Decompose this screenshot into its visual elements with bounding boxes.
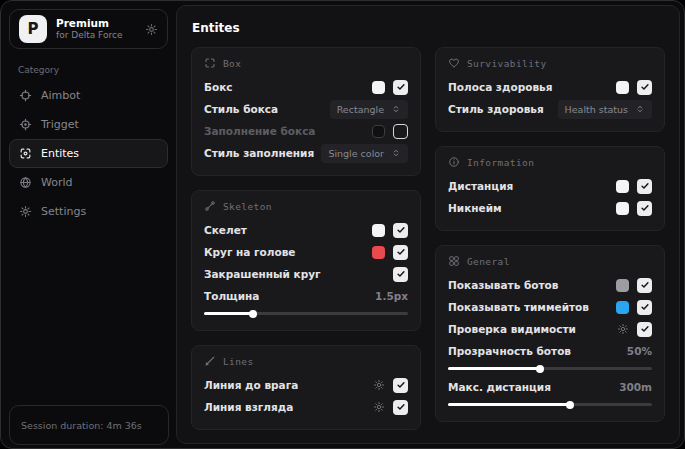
color-swatch[interactable]: [616, 301, 629, 314]
slider-value: 1.5px: [375, 290, 408, 302]
card-skeleton: Skeleton Скелет Круг на голове: [191, 190, 421, 331]
sidebar: P Premium for Delta Force Category Aimbo…: [1, 1, 176, 448]
chevron-up-down-icon: [635, 104, 645, 114]
brand-block: Premium for Delta Force: [56, 17, 122, 41]
card-header-label: Information: [467, 157, 534, 168]
setting-row-visibility-check: Проверка видимости: [448, 318, 652, 340]
card-lines-header: Lines: [204, 355, 408, 367]
slider-value: 300m: [619, 381, 652, 393]
card-header-label: Survivability: [467, 58, 547, 69]
account-settings-icon[interactable]: [145, 23, 158, 36]
checkbox-checked[interactable]: [637, 322, 652, 337]
thickness-slider[interactable]: [204, 312, 408, 315]
app-logo: P: [19, 15, 47, 43]
globe-icon: [19, 176, 32, 189]
gear-icon[interactable]: [373, 379, 385, 391]
slider-thumb[interactable]: [566, 401, 574, 409]
bone-icon: [204, 200, 216, 212]
card-general-header: General: [448, 255, 652, 267]
setting-label: Закрашенный круг: [204, 268, 321, 280]
setting-label: Толщина: [204, 290, 259, 302]
color-swatch[interactable]: [616, 81, 629, 94]
setting-label: Стиль здоровья: [448, 103, 544, 115]
checkbox-checked[interactable]: [637, 278, 652, 293]
card-header-label: Lines: [223, 356, 254, 367]
color-swatch[interactable]: [372, 224, 385, 237]
fill-style-select[interactable]: Single color: [321, 144, 408, 163]
box-style-select[interactable]: Rectangle: [330, 100, 408, 119]
color-swatch[interactable]: [372, 81, 385, 94]
checkbox-checked[interactable]: [393, 80, 408, 95]
setting-label: Прозрачность ботов: [448, 345, 571, 357]
checkbox-checked[interactable]: [637, 300, 652, 315]
setting-label: Стиль заполнения: [204, 147, 314, 159]
chevron-up-down-icon: [391, 148, 401, 158]
select-value: Rectangle: [337, 104, 384, 115]
setting-row-fill-style: Стиль заполнения Single color: [204, 142, 408, 164]
setting-label: Заполнение бокса: [204, 125, 315, 137]
setting-row-health-bar: Полоса здоровья: [448, 76, 652, 98]
heart-icon: [448, 57, 460, 69]
color-swatch[interactable]: [616, 279, 629, 292]
setting-row-filled-circle: Закрашенный круг: [204, 263, 408, 285]
checkbox-checked[interactable]: [637, 80, 652, 95]
setting-row-enemy-line: Линия до врага: [204, 374, 408, 396]
gear-icon[interactable]: [617, 323, 629, 335]
setting-label: Дистанция: [448, 180, 513, 192]
target-icon: [19, 118, 32, 131]
checkbox-checked[interactable]: [393, 400, 408, 415]
sidebar-item-entites[interactable]: Entites: [9, 139, 168, 168]
setting-label: Бокс: [204, 81, 233, 93]
sidebar-item-label: Settings: [41, 205, 86, 218]
setting-label: Линия до врага: [204, 379, 298, 391]
select-value: Single color: [328, 148, 384, 159]
sidebar-nav: Aimbot Trigget Entites World Settings: [9, 81, 168, 226]
sidebar-item-aimbot[interactable]: Aimbot: [9, 81, 168, 110]
max-distance-slider[interactable]: [448, 403, 652, 406]
checkbox-checked[interactable]: [393, 378, 408, 393]
main-panel: Entites Box Бокс: [176, 5, 680, 444]
setting-label: Линия взгляда: [204, 401, 293, 413]
setting-label: Никнейм: [448, 202, 502, 214]
checkbox-checked[interactable]: [393, 245, 408, 260]
setting-row-max-distance: Макс. дистанция 300m: [448, 376, 652, 398]
page-title: Entites: [192, 21, 665, 35]
setting-row-box-style: Стиль бокса Rectangle: [204, 98, 408, 120]
sidebar-item-world[interactable]: World: [9, 168, 168, 197]
gear-icon[interactable]: [373, 401, 385, 413]
slider-thumb[interactable]: [536, 365, 544, 373]
health-style-select[interactable]: Health status: [558, 100, 652, 119]
slider-thumb[interactable]: [249, 310, 257, 318]
color-swatch[interactable]: [372, 246, 385, 259]
brand-title: Premium: [56, 17, 122, 30]
info-icon: [448, 156, 460, 168]
card-information: Information Дистанция Никнейм: [435, 146, 665, 231]
crosshair-icon: [19, 89, 32, 102]
scan-icon: [204, 57, 216, 69]
color-swatch[interactable]: [372, 125, 385, 138]
setting-row-show-teammates: Показывать тиммейтов: [448, 296, 652, 318]
card-survivability: Survivability Полоса здоровья Стиль здор…: [435, 47, 665, 132]
checkbox-checked[interactable]: [637, 201, 652, 216]
bot-opacity-slider[interactable]: [448, 367, 652, 370]
checkbox-checked[interactable]: [393, 267, 408, 282]
sidebar-item-label: World: [41, 176, 73, 189]
app-window: P Premium for Delta Force Category Aimbo…: [0, 0, 685, 449]
sidebar-item-settings[interactable]: Settings: [9, 197, 168, 226]
setting-label: Стиль бокса: [204, 103, 278, 115]
sidebar-item-trigget[interactable]: Trigget: [9, 110, 168, 139]
setting-label: Макс. дистанция: [448, 381, 551, 393]
checkbox-unchecked[interactable]: [393, 124, 408, 139]
color-swatch[interactable]: [616, 202, 629, 215]
sidebar-item-label: Trigget: [41, 118, 79, 131]
color-swatch[interactable]: [616, 180, 629, 193]
card-box-header: Box: [204, 57, 408, 69]
checkbox-checked[interactable]: [637, 179, 652, 194]
card-lines: Lines Линия до врага Линия взгляда: [191, 345, 421, 430]
card-skeleton-header: Skeleton: [204, 200, 408, 212]
grid-icon: [448, 255, 460, 267]
setting-row-box-enable: Бокс: [204, 76, 408, 98]
checkbox-checked[interactable]: [393, 223, 408, 238]
setting-label: Скелет: [204, 224, 247, 236]
session-duration-box: Session duration: 4m 36s: [9, 405, 169, 445]
